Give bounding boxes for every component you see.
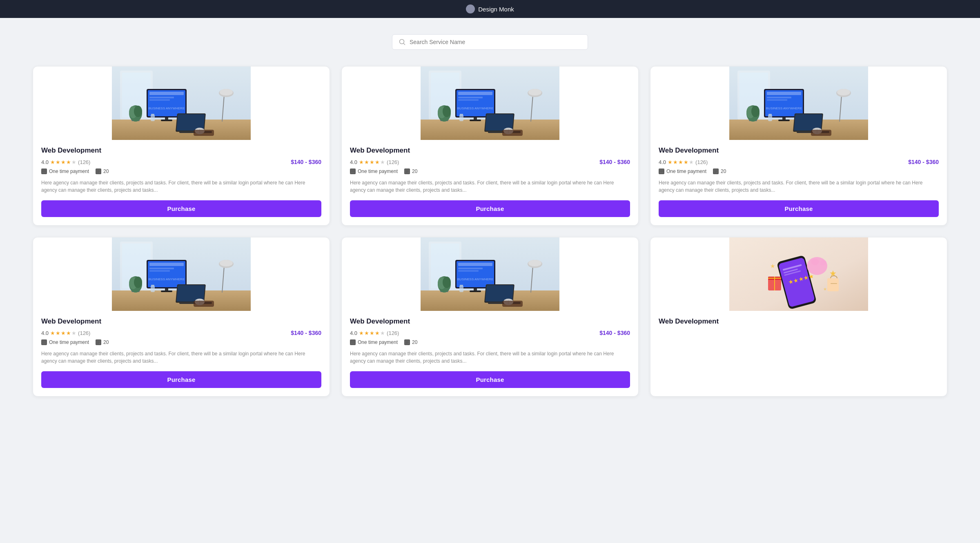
star-icon: ★	[66, 330, 71, 336]
svg-rect-184	[827, 278, 839, 291]
rating-number: 4.0	[659, 159, 666, 165]
rating-section: 4.0 ★★★★★ (126)	[350, 330, 399, 336]
svg-point-23	[134, 106, 142, 117]
rating-number: 4.0	[350, 159, 357, 165]
svg-rect-124	[151, 285, 154, 286]
svg-rect-144	[458, 270, 479, 272]
price-range: $140 - $360	[599, 330, 630, 336]
payment-icon	[350, 339, 356, 345]
star-icon: ★	[684, 159, 688, 165]
svg-rect-58	[460, 114, 463, 115]
svg-text:BUSINESS ANYWHERE: BUSINESS ANYWHERE	[149, 277, 185, 281]
price-range: $140 - $360	[291, 330, 321, 336]
count-label: 20	[412, 339, 417, 345]
card-meta-row: 4.0 ★★★★★ (126) $140 - $360	[41, 159, 321, 165]
purchase-button-2[interactable]: Purchase	[350, 200, 630, 217]
service-card-1: BUSINESS ANYWHERE Web Development 4.0	[33, 66, 330, 226]
star-icon: ★	[375, 159, 380, 165]
count-info: 20	[96, 168, 109, 174]
card-title-5: Web Development	[350, 317, 630, 326]
card-body-1: Web Development 4.0 ★★★★★ (126) $140 - $…	[33, 140, 330, 225]
star-icon: ★	[673, 159, 678, 165]
svg-text:BUSINESS ANYWHERE: BUSINESS ANYWHERE	[149, 106, 185, 110]
svg-rect-157	[460, 285, 463, 286]
stars-container: ★★★★★	[359, 330, 385, 336]
svg-rect-78	[767, 99, 787, 101]
review-count: (126)	[387, 330, 399, 336]
rating-section: 4.0 ★★★★★ (126)	[41, 159, 90, 165]
card-info-row: One time payment 20	[350, 168, 630, 174]
payment-info: One time payment	[41, 339, 89, 345]
svg-point-89	[751, 106, 760, 117]
card-description: Here agency can manage their clients, pr…	[41, 350, 321, 365]
svg-rect-57	[459, 115, 463, 121]
svg-point-56	[443, 106, 451, 117]
review-count: (126)	[387, 159, 399, 165]
card-info-row: One time payment 20	[41, 168, 321, 174]
star-icon: ★	[678, 159, 683, 165]
service-card-3: BUSINESS ANYWHERE Web Development 4.0	[650, 66, 947, 226]
payment-info: One time payment	[41, 168, 89, 174]
svg-rect-77	[767, 97, 791, 98]
svg-text:BUSINESS ANYWHERE: BUSINESS ANYWHERE	[766, 106, 802, 110]
star-icon: ★	[359, 159, 364, 165]
review-count: (126)	[78, 330, 90, 336]
star-icon: ★	[370, 330, 374, 336]
purchase-button-5[interactable]: Purchase	[350, 371, 630, 388]
star-icon: ★	[66, 159, 71, 165]
rating-section: 4.0 ★★★★★ (126)	[659, 159, 708, 165]
svg-rect-73	[778, 120, 790, 121]
svg-point-85	[837, 89, 850, 95]
svg-rect-24	[151, 115, 155, 121]
svg-rect-76	[767, 92, 801, 95]
card-meta-row: 4.0 ★★★★★ (126) $140 - $360	[350, 159, 630, 165]
svg-rect-94	[811, 130, 831, 136]
price-range: $140 - $360	[908, 159, 939, 165]
svg-rect-142	[458, 263, 492, 266]
svg-rect-44	[458, 97, 483, 98]
payment-info: One time payment	[659, 168, 706, 174]
purchase-button-1[interactable]: Purchase	[41, 200, 321, 217]
star-icon: ★	[380, 159, 385, 165]
svg-rect-123	[151, 286, 155, 292]
star-icon: ★	[370, 159, 374, 165]
stars-container: ★★★★★	[50, 159, 76, 165]
purchase-button-3[interactable]: Purchase	[659, 200, 939, 217]
star-icon: ★	[364, 330, 369, 336]
service-card-4: BUSINESS ANYWHERE Web Development 4.0	[33, 237, 330, 397]
count-icon	[404, 339, 410, 345]
svg-text:BUSINESS ANYWHERE: BUSINESS ANYWHERE	[457, 277, 493, 281]
star-icon: ★	[359, 330, 364, 336]
svg-rect-43	[458, 92, 492, 95]
svg-point-19	[220, 89, 233, 95]
card-meta-row: 4.0 ★★★★★ (126) $140 - $360	[41, 330, 321, 336]
star-icon: ★	[61, 159, 66, 165]
card-body-5: Web Development 4.0 ★★★★★ (126) $140 - $…	[342, 311, 638, 396]
svg-rect-143	[458, 268, 483, 269]
star-icon: ★	[71, 330, 76, 336]
svg-rect-90	[768, 115, 772, 121]
count-icon	[404, 168, 410, 174]
count-info: 20	[404, 339, 417, 345]
count-icon	[96, 339, 101, 345]
svg-rect-25	[151, 114, 154, 115]
count-label: 20	[103, 339, 109, 345]
card-body-2: Web Development 4.0 ★★★★★ (126) $140 - $…	[342, 140, 638, 225]
svg-rect-45	[458, 99, 479, 101]
svg-point-52	[528, 89, 541, 95]
review-count: (126)	[78, 159, 90, 165]
svg-rect-61	[502, 130, 523, 136]
rating-number: 4.0	[350, 330, 357, 336]
svg-point-151	[528, 260, 541, 266]
card-image-5: BUSINESS ANYWHERE	[342, 237, 638, 311]
card-description: Here agency can manage their clients, pr…	[350, 350, 630, 365]
svg-text:BUSINESS ANYWHERE: BUSINESS ANYWHERE	[457, 106, 493, 110]
search-input[interactable]	[410, 39, 581, 45]
purchase-button-4[interactable]: Purchase	[41, 371, 321, 388]
count-info: 20	[713, 168, 726, 174]
payment-icon	[659, 168, 664, 174]
payment-icon	[41, 339, 47, 345]
svg-point-176	[820, 260, 826, 266]
main-content: BUSINESS ANYWHERE Web Development 4.0	[0, 18, 980, 413]
rating-number: 4.0	[41, 330, 49, 336]
